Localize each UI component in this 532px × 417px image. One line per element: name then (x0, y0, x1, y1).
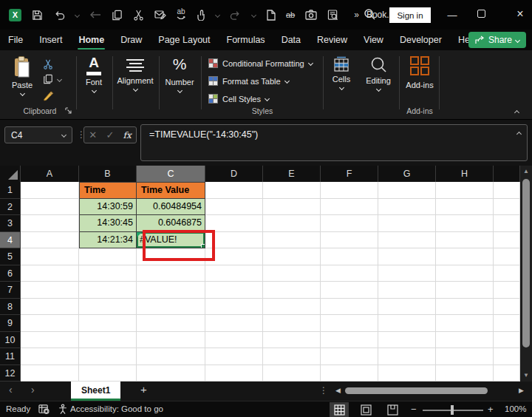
tab-file[interactable]: File (0, 31, 31, 49)
cell-G8[interactable] (378, 299, 436, 316)
cell-B5[interactable] (79, 248, 137, 265)
cell-partial-9[interactable] (494, 315, 520, 332)
cell-C10[interactable] (137, 332, 205, 349)
cell-D6[interactable] (205, 265, 263, 282)
column-header-E[interactable]: E (263, 166, 321, 182)
cell-G7[interactable] (378, 282, 436, 299)
copy-small-icon[interactable] (43, 74, 53, 84)
cut-icon[interactable] (133, 10, 144, 21)
collapse-formula-bar-icon[interactable] (516, 132, 522, 137)
cell-E10[interactable] (263, 332, 321, 349)
column-header-partial[interactable] (494, 166, 520, 182)
copy-dropdown-icon[interactable] (57, 77, 62, 82)
sheetbar-menu-icon[interactable]: ⋮ (319, 385, 328, 396)
alignment-group-button[interactable]: Alignment (115, 56, 155, 91)
cell-D1[interactable] (205, 182, 263, 199)
zoom-out-button[interactable]: − (411, 404, 417, 415)
camera-icon[interactable] (305, 10, 317, 20)
cell-H7[interactable] (436, 282, 494, 299)
cell-A7[interactable] (21, 282, 79, 299)
cell-C11[interactable] (137, 348, 205, 365)
cell-A4[interactable] (21, 232, 79, 249)
cell-partial-6[interactable] (494, 265, 520, 282)
cell-G9[interactable] (378, 315, 436, 332)
cell-G5[interactable] (378, 248, 436, 265)
sheet-tab-sheet1[interactable]: Sheet1 (71, 382, 120, 401)
maximize-button[interactable] (477, 10, 485, 18)
tab-draw[interactable]: Draw (112, 31, 150, 49)
cell-C8[interactable] (137, 299, 205, 316)
row-header-3[interactable]: 3 (0, 215, 21, 232)
page-break-view-button[interactable] (383, 402, 402, 417)
cell-D9[interactable] (205, 315, 263, 332)
row-header-10[interactable]: 10 (0, 332, 21, 349)
normal-view-button[interactable] (330, 402, 349, 417)
new-file-icon[interactable] (266, 10, 276, 21)
cell-B10[interactable] (79, 332, 137, 349)
column-header-G[interactable]: G (378, 166, 436, 182)
cell-G12[interactable] (378, 365, 436, 382)
cell-B9[interactable] (79, 315, 137, 332)
formula-input[interactable]: =TIMEVALUE("-14:30:45") (140, 124, 528, 161)
share-button[interactable]: Share (468, 32, 526, 48)
cell-F10[interactable] (321, 332, 378, 349)
cell-B4[interactable]: 14:21:34 (79, 232, 137, 249)
page-layout-view-button[interactable] (356, 402, 375, 417)
cell-A12[interactable] (21, 365, 79, 382)
vertical-scrollbar[interactable]: ▲ ▼ (520, 166, 532, 382)
cell-partial-1[interactable] (494, 182, 520, 199)
cell-partial-10[interactable] (494, 332, 520, 349)
row-header-2[interactable]: 2 (0, 199, 21, 216)
cell-D2[interactable] (205, 199, 263, 216)
cell-G4[interactable] (378, 232, 436, 249)
cell-D12[interactable] (205, 365, 263, 382)
lookup-icon[interactable] (327, 10, 339, 21)
cell-partial-4[interactable] (494, 232, 520, 249)
strikethrough-icon[interactable]: ab (286, 10, 295, 19)
addins-button[interactable]: Add-ins (403, 55, 436, 89)
cell-B1[interactable]: Time (79, 182, 137, 199)
row-header-4[interactable]: 4 (0, 232, 21, 249)
row-header-1[interactable]: 1 (0, 182, 21, 199)
zoom-in-button[interactable]: + (488, 404, 494, 415)
cell-partial-8[interactable] (494, 299, 520, 316)
column-header-F[interactable]: F (321, 166, 378, 182)
tab-view[interactable]: View (355, 31, 392, 49)
cell-E2[interactable] (263, 199, 321, 216)
collapse-ribbon-icon[interactable] (514, 110, 519, 115)
cell-A2[interactable] (21, 199, 79, 216)
format-painter-icon[interactable] (43, 90, 54, 101)
cell-D10[interactable] (205, 332, 263, 349)
touch-mode-dropdown-icon[interactable] (215, 12, 220, 17)
cell-E9[interactable] (263, 315, 321, 332)
previous-sheet-icon[interactable]: ‹ (9, 384, 13, 396)
copy-icon[interactable] (112, 10, 123, 21)
cell-styles-button[interactable]: Cell Styles (208, 94, 269, 104)
cell-H9[interactable] (436, 315, 494, 332)
tab-page-layout[interactable]: Page Layout (150, 31, 218, 49)
cell-A6[interactable] (21, 265, 79, 282)
cell-E1[interactable] (263, 182, 321, 199)
macro-record-icon[interactable] (38, 404, 50, 416)
cell-B11[interactable] (79, 348, 137, 365)
cell-partial-2[interactable] (494, 199, 520, 216)
cell-E4[interactable] (263, 232, 321, 249)
minimize-button[interactable]: — (443, 6, 461, 24)
cell-H3[interactable] (436, 215, 494, 232)
format-as-table-button[interactable]: Format as Table (208, 76, 289, 86)
cell-F7[interactable] (321, 282, 378, 299)
row-header-7[interactable]: 7 (0, 282, 21, 299)
cell-F3[interactable] (321, 215, 378, 232)
cell-G11[interactable] (378, 348, 436, 365)
email-icon[interactable] (154, 10, 166, 20)
zoom-level[interactable]: 100% (505, 404, 526, 413)
cell-F5[interactable] (321, 248, 378, 265)
touch-mode-icon[interactable] (196, 10, 205, 21)
cell-B3[interactable]: 14:30:45 (79, 215, 137, 232)
column-header-C[interactable]: C (137, 166, 205, 182)
cell-C12[interactable] (137, 365, 205, 382)
cell-H5[interactable] (436, 248, 494, 265)
toolbar-overflow-icon[interactable]: » (354, 10, 359, 20)
cell-F11[interactable] (321, 348, 378, 365)
cell-E12[interactable] (263, 365, 321, 382)
